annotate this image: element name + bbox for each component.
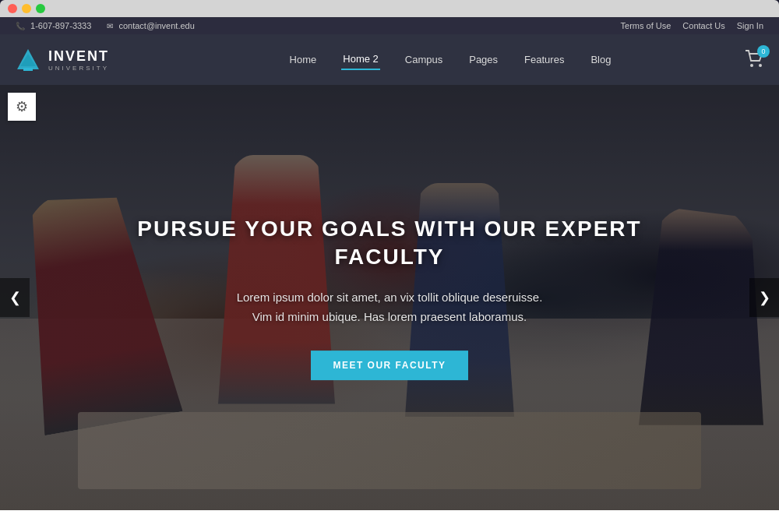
cart-icon-wrap: 0 <box>745 50 763 70</box>
email-info: ✉ contact@invent.edu <box>107 21 194 30</box>
nav-link-blog[interactable]: Blog <box>589 50 612 69</box>
phone-icon: 📞 <box>16 22 25 30</box>
slider-next-button[interactable]: ❯ <box>749 278 779 317</box>
logo-sub: UNIVERSITY <box>48 65 109 72</box>
logo-name: INVENT <box>48 48 109 65</box>
logo-svg <box>16 48 41 72</box>
mac-minimize-dot[interactable] <box>22 4 31 13</box>
utility-bar-left: 📞 1-607-897-3333 ✉ contact@invent.edu <box>16 21 195 30</box>
mac-chrome <box>0 0 779 17</box>
browser-content: 📞 1-607-897-3333 ✉ contact@invent.edu Te… <box>0 17 779 532</box>
email-icon: ✉ <box>107 22 113 30</box>
mac-close-dot[interactable] <box>8 4 17 13</box>
nav-link-home2[interactable]: Home 2 <box>341 49 380 70</box>
hero-title: PURSUE YOUR GOALS WITH OUR EXPERT FACULT… <box>117 215 662 272</box>
hero-section: ⚙ PURSUE YOUR GOALS WITH OUR EXPERT FACU… <box>0 85 779 510</box>
contact-link[interactable]: Contact Us <box>682 21 724 30</box>
main-nav: INVENT UNIVERSITY Home Home 2 Campus Pag… <box>0 34 779 85</box>
phone-info: 📞 1-607-897-3333 <box>16 21 91 30</box>
svg-point-3 <box>750 64 753 67</box>
nav-link-pages[interactable]: Pages <box>467 50 499 69</box>
mac-fullscreen-dot[interactable] <box>36 4 45 13</box>
terms-link[interactable]: Terms of Use <box>621 21 671 30</box>
logo-icon <box>16 48 41 72</box>
svg-point-4 <box>759 64 762 67</box>
nav-link-campus[interactable]: Campus <box>404 50 444 69</box>
hero-subtitle-line2: Vim id minim ubique. Has lorem praesent … <box>252 310 527 323</box>
gear-icon: ⚙ <box>16 98 28 115</box>
nav-links: Home Home 2 Campus Pages Features Blog <box>156 49 745 70</box>
nav-link-features[interactable]: Features <box>523 50 566 69</box>
hero-subtitle: Lorem ipsum dolor sit amet, an vix tolli… <box>117 287 662 327</box>
signin-link[interactable]: Sign In <box>737 21 763 30</box>
arrow-left-icon: ❮ <box>9 289 21 306</box>
arrow-right-icon: ❯ <box>759 289 770 306</box>
utility-bar-right: Terms of Use Contact Us Sign In <box>621 21 763 30</box>
cart-badge: 0 <box>757 45 770 58</box>
utility-bar: 📞 1-607-897-3333 ✉ contact@invent.edu Te… <box>0 17 779 34</box>
svg-rect-2 <box>23 68 33 71</box>
hero-cta-button[interactable]: MEET OUR FACULTY <box>311 351 467 380</box>
logo-text: INVENT UNIVERSITY <box>48 48 109 72</box>
nav-cart[interactable]: 0 <box>745 50 763 70</box>
logo-area[interactable]: INVENT UNIVERSITY <box>16 48 109 72</box>
nav-link-home[interactable]: Home <box>288 50 319 69</box>
hero-subtitle-line1: Lorem ipsum dolor sit amet, an vix tolli… <box>237 291 543 304</box>
hero-content: PURSUE YOUR GOALS WITH OUR EXPERT FACULT… <box>117 215 662 380</box>
settings-gear-button[interactable]: ⚙ <box>8 93 36 121</box>
slider-prev-button[interactable]: ❮ <box>0 278 30 317</box>
